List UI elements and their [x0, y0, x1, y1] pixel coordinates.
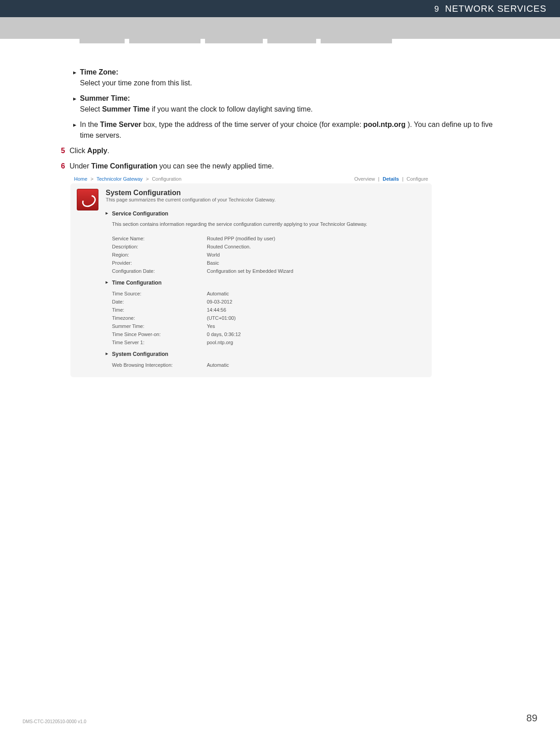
kv-value: Routed Connection. — [207, 244, 425, 249]
kv-row: Service Name:Routed PPP (modified by use… — [112, 234, 425, 243]
kv-key: Service Name: — [112, 236, 207, 241]
kv-value: Automatic — [207, 362, 425, 368]
kv-value: Configuration set by Embedded Wizard — [207, 268, 425, 274]
kv-row: Web Browsing Interception:Automatic — [112, 361, 425, 369]
tab-sep: | — [378, 176, 379, 182]
step-number: 5 — [54, 145, 65, 156]
bullet-time-server: ▸ In the Time Server box, type the addre… — [73, 119, 506, 141]
kv-value: (UTC+01:00) — [207, 315, 425, 321]
tab-sep: | — [402, 176, 403, 182]
page-title: System Configuration — [106, 189, 425, 197]
tab-details-active[interactable]: Details — [383, 176, 399, 182]
bullet-title: Summer Time: — [80, 94, 130, 102]
text: box, type the address of the time server… — [143, 121, 363, 128]
kv-row: Provider:Basic — [112, 259, 425, 267]
kv-row: Date:09-03-2012 — [112, 298, 425, 306]
time-config-table: Time Source:AutomaticDate:09-03-2012Time… — [112, 290, 425, 346]
tab-placeholder — [321, 34, 392, 43]
text-bold: Time Configuration — [91, 162, 157, 170]
kv-value: Basic — [207, 260, 425, 266]
text: . — [107, 147, 109, 154]
tab-placeholder — [129, 34, 201, 43]
triangle-right-icon: ▸ — [73, 68, 76, 89]
kv-row: Time Source:Automatic — [112, 290, 425, 298]
text: you can see the newly applied time. — [157, 162, 274, 170]
page-number: 89 — [527, 712, 537, 724]
kv-value: Automatic — [207, 291, 425, 296]
kv-value: Yes — [207, 323, 425, 329]
crumb-gateway[interactable]: Technicolor Gateway — [97, 176, 143, 182]
crumb-sep: > — [146, 176, 149, 182]
tab-placeholder — [79, 34, 125, 43]
system-config-table: Web Browsing Interception:Automatic — [112, 361, 425, 369]
text: Click — [70, 147, 87, 154]
crumb-current: Configuration — [152, 176, 181, 182]
step-5: 5 Click Apply. — [54, 145, 506, 156]
bullet-desc: Select your time zone from this list. — [80, 79, 192, 87]
doc-id: DMS-CTC-20120510-0000 v1.0 — [23, 719, 86, 724]
triangle-right-icon: ▸ — [73, 120, 76, 141]
bullet-title: Time Zone: — [80, 68, 118, 76]
bullet-time-zone: ▸ Time Zone: Select your time zone from … — [73, 67, 506, 89]
kv-key: Time Server 1: — [112, 340, 207, 345]
kv-value: 09-03-2012 — [207, 299, 425, 304]
gateway-icon — [77, 189, 98, 210]
kv-key: Provider: — [112, 260, 207, 266]
text-bold: pool.ntp.org — [364, 121, 406, 128]
text: In the — [80, 121, 100, 128]
kv-value: pool.ntp.org — [207, 340, 425, 345]
page-footer: DMS-CTC-20120510-0000 v1.0 89 — [23, 712, 537, 724]
tab-placeholder — [267, 34, 316, 43]
kv-row: Summer Time:Yes — [112, 322, 425, 330]
kv-key: Time Since Power-on: — [112, 332, 207, 337]
kv-key: Region: — [112, 252, 207, 257]
text: if you want the clock to follow daylight… — [152, 105, 313, 113]
bullet-summer-time: ▸ Summer Time: Select Summer Time if you… — [73, 93, 506, 115]
chapter-header: 9 NETWORK SERVICES — [0, 0, 560, 17]
section-service-config[interactable]: Service Configuration — [106, 210, 425, 217]
text-bold: Summer Time — [102, 105, 150, 113]
text: Under — [70, 162, 91, 170]
embedded-screenshot: Home > Technicolor Gateway > Configurati… — [70, 174, 432, 377]
tab-configure[interactable]: Configure — [406, 176, 428, 182]
kv-value: World — [207, 252, 425, 257]
section-system-config[interactable]: System Configuration — [106, 351, 425, 357]
triangle-right-icon: ▸ — [73, 94, 76, 115]
kv-row: Configuration Date:Configuration set by … — [112, 267, 425, 275]
tab-strip — [0, 34, 560, 43]
breadcrumb-bar: Home > Technicolor Gateway > Configurati… — [70, 174, 432, 183]
kv-key: Configuration Date: — [112, 268, 207, 274]
tab-placeholder — [205, 34, 263, 43]
kv-value: 14:44:56 — [207, 307, 425, 313]
chapter-title: NETWORK SERVICES — [445, 4, 546, 14]
kv-row: Description:Routed Connection. — [112, 243, 425, 251]
kv-key: Time: — [112, 307, 207, 313]
crumb-sep: > — [90, 176, 93, 182]
kv-key: Web Browsing Interception: — [112, 362, 207, 368]
kv-key: Time Source: — [112, 291, 207, 296]
section-desc: This section contains information regard… — [112, 220, 425, 228]
kv-key: Timezone: — [112, 315, 207, 321]
section-time-config[interactable]: Time Configuration — [106, 280, 425, 286]
step-6: 6 Under Time Configuration you can see t… — [54, 161, 506, 172]
kv-row: Timezone:(UTC+01:00) — [112, 314, 425, 322]
text-bold: Apply — [87, 147, 107, 154]
kv-value: Routed PPP (modified by user) — [207, 236, 425, 241]
page-subtitle: This page summarizes the current configu… — [106, 197, 425, 202]
chapter-number: 9 — [434, 5, 439, 14]
kv-key: Description: — [112, 244, 207, 249]
kv-value: 0 days, 0:36:12 — [207, 332, 425, 337]
kv-key: Date: — [112, 299, 207, 304]
kv-key: Summer Time: — [112, 323, 207, 329]
kv-row: Time:14:44:56 — [112, 306, 425, 314]
text: Select — [80, 105, 102, 113]
kv-row: Region:World — [112, 251, 425, 259]
tab-overview[interactable]: Overview — [354, 176, 375, 182]
kv-row: Time Since Power-on:0 days, 0:36:12 — [112, 330, 425, 338]
crumb-home[interactable]: Home — [74, 176, 87, 182]
service-config-table: Service Name:Routed PPP (modified by use… — [112, 234, 425, 275]
step-number: 6 — [54, 161, 65, 172]
kv-row: Time Server 1:pool.ntp.org — [112, 338, 425, 346]
text-bold: Time Server — [100, 121, 141, 128]
